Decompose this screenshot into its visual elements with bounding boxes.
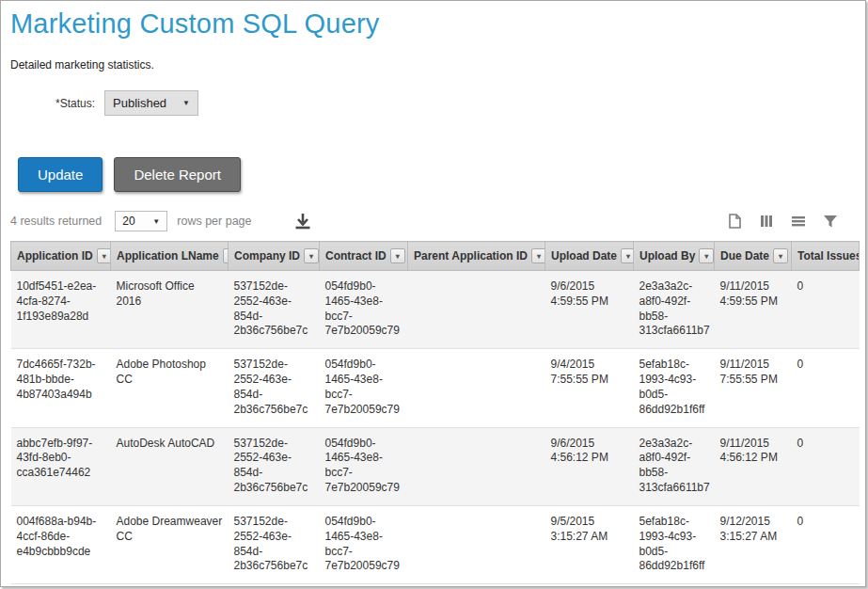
- table-row[interactable]: 004f688a-b94b-4ccf-86de-e4b9cbbb9cdeAdob…: [11, 505, 860, 583]
- table-cell: Microsoft Office 2016: [111, 271, 229, 349]
- table-cell: 9/11/2015 7:55:55 PM: [715, 349, 792, 427]
- table-cell: 7dc4665f-732b-481b-bbde-4b87403a494b: [11, 349, 111, 427]
- table-cell: 5efab18c-1993-4c93-b0d5-86dd92b1f6ff: [634, 505, 715, 583]
- column-header-due-date[interactable]: Due Date▾: [715, 242, 792, 271]
- table-cell: 0: [792, 427, 860, 505]
- table-cell: 054fd9b0-1465-43e8-bcc7-7e7b20059c79: [320, 505, 408, 583]
- update-button[interactable]: Update: [18, 157, 103, 192]
- column-header-label: Upload Date: [551, 249, 617, 263]
- column-filter-button[interactable]: ▾: [304, 248, 319, 263]
- filter-icon[interactable]: [822, 213, 839, 230]
- table-cell: 9/5/2015 3:15:27 AM: [545, 505, 634, 583]
- status-field: *Status: Published ▼: [10, 90, 856, 116]
- column-header-label: Contract ID: [325, 249, 387, 263]
- table-cell: 10df5451-e2ea-4cfa-8274-1f193e89a28d: [11, 271, 111, 349]
- table-cell: 537152de-2552-463e-854d-2b36c756be7c: [229, 505, 320, 583]
- column-filter-button[interactable]: ▾: [621, 248, 633, 263]
- rows-per-page-label: rows per page: [177, 215, 251, 228]
- header-row: Application ID▾Application LName▾Company…: [11, 242, 860, 271]
- table-cell: 2e3a3a2c-a8f0-492f-bb58-313cfa6611b7: [634, 427, 715, 505]
- table-cell: 0: [792, 349, 860, 427]
- column-filter-button[interactable]: ▾: [390, 248, 405, 263]
- table-row[interactable]: abbc7efb-9f97-43fd-8eb0-cca361e74462Auto…: [11, 427, 860, 505]
- table-cell: 9/11/2015 4:59:55 PM: [715, 271, 792, 349]
- column-header-total-issues[interactable]: Total Issues▾: [792, 242, 860, 271]
- download-icon[interactable]: [293, 213, 312, 230]
- table-cell: 054fd9b0-1465-43e8-bcc7-7e7b20059c79: [320, 427, 408, 505]
- column-filter-button[interactable]: ▾: [773, 248, 788, 263]
- table-cell: 0: [792, 271, 860, 349]
- table-cell: [408, 427, 545, 505]
- page-subtitle: Detailed marketing statistics.: [10, 58, 856, 72]
- column-header-application-lname[interactable]: Application LName▾: [111, 242, 229, 271]
- results-table: Application ID▾Application LName▾Company…: [10, 241, 860, 584]
- table-cell: 9/12/2015 3:15:27 AM: [715, 505, 792, 583]
- table-cell: Adobe Dreamweaver CC: [111, 505, 229, 583]
- chevron-down-icon: ▼: [182, 99, 190, 107]
- table-cell: 2e3a3a2c-a8f0-492f-bb58-313cfa6611b7: [634, 271, 715, 349]
- page-size-select[interactable]: 20 ▼: [115, 211, 167, 231]
- column-header-upload-by[interactable]: Upload By▾: [634, 242, 715, 271]
- page-size-value: 20: [122, 215, 134, 228]
- grid-toolbar-icons: [726, 213, 856, 230]
- column-header-application-id[interactable]: Application ID▾: [11, 242, 111, 271]
- table-cell: [408, 505, 545, 583]
- table-cell: 9/6/2015 4:56:12 PM: [545, 427, 634, 505]
- action-buttons: Update Delete Report: [10, 157, 856, 192]
- table-row[interactable]: 10df5451-e2ea-4cfa-8274-1f193e89a28dMicr…: [11, 271, 860, 349]
- column-chooser-icon[interactable]: [758, 213, 775, 230]
- table-cell: 9/4/2015 7:55:55 PM: [545, 349, 634, 427]
- column-header-label: Application LName: [117, 249, 219, 263]
- table-cell: 054fd9b0-1465-43e8-bcc7-7e7b20059c79: [320, 271, 408, 349]
- table-cell: 537152de-2552-463e-854d-2b36c756be7c: [229, 271, 320, 349]
- page-title: Marketing Custom SQL Query: [10, 8, 856, 40]
- report-page: Marketing Custom SQL Query Detailed mark…: [0, 0, 866, 587]
- column-header-label: Parent Application ID: [414, 249, 528, 263]
- menu-icon[interactable]: [790, 213, 807, 230]
- status-label: *Status:: [10, 97, 104, 110]
- export-icon[interactable]: [726, 213, 743, 230]
- table-cell: 5efab18c-1993-4c93-b0d5-86dd92b1f6ff: [634, 349, 715, 427]
- delete-report-button[interactable]: Delete Report: [114, 157, 241, 192]
- chevron-down-icon: ▼: [152, 217, 160, 226]
- table-cell: 9/6/2015 4:59:55 PM: [545, 271, 634, 349]
- column-header-parent-application-id[interactable]: Parent Application ID▾: [408, 242, 545, 271]
- table-row[interactable]: 7dc4665f-732b-481b-bbde-4b87403a494bAdob…: [11, 349, 860, 427]
- column-filter-button[interactable]: ▾: [97, 248, 111, 263]
- table-cell: Adobe Photoshop CC: [111, 349, 229, 427]
- table-cell: AutoDesk AutoCAD: [111, 427, 229, 505]
- grid-toolbar: 4 results returned 20 ▼ rows per page: [10, 211, 856, 231]
- column-header-contract-id[interactable]: Contract ID▾: [320, 242, 408, 271]
- results-count: 4 results returned: [10, 215, 102, 228]
- column-header-label: Upload By: [639, 249, 695, 263]
- table-cell: [408, 349, 545, 427]
- table-cell: 004f688a-b94b-4ccf-86de-e4b9cbbb9cde: [11, 505, 111, 583]
- status-select-value: Published: [113, 96, 166, 110]
- table-cell: abbc7efb-9f97-43fd-8eb0-cca361e74462: [11, 427, 111, 505]
- table-cell: 054fd9b0-1465-43e8-bcc7-7e7b20059c79: [320, 349, 408, 427]
- column-filter-button[interactable]: ▾: [699, 248, 714, 263]
- column-header-label: Total Issues: [797, 249, 860, 263]
- column-header-upload-date[interactable]: Upload Date▾: [545, 242, 634, 271]
- table-cell: 9/11/2015 4:56:12 PM: [715, 427, 792, 505]
- column-header-company-id[interactable]: Company ID▾: [229, 242, 320, 271]
- table-body: 10df5451-e2ea-4cfa-8274-1f193e89a28dMicr…: [11, 271, 860, 584]
- table-cell: 537152de-2552-463e-854d-2b36c756be7c: [229, 349, 320, 427]
- table-cell: 537152de-2552-463e-854d-2b36c756be7c: [229, 427, 320, 505]
- column-filter-button[interactable]: ▾: [531, 248, 545, 263]
- column-filter-button[interactable]: ▾: [223, 248, 229, 263]
- column-header-label: Due Date: [720, 249, 769, 263]
- column-header-label: Application ID: [17, 249, 93, 263]
- column-header-label: Company ID: [234, 249, 300, 263]
- table-cell: 0: [792, 505, 860, 583]
- table-cell: [408, 271, 545, 349]
- status-select[interactable]: Published ▼: [104, 90, 198, 116]
